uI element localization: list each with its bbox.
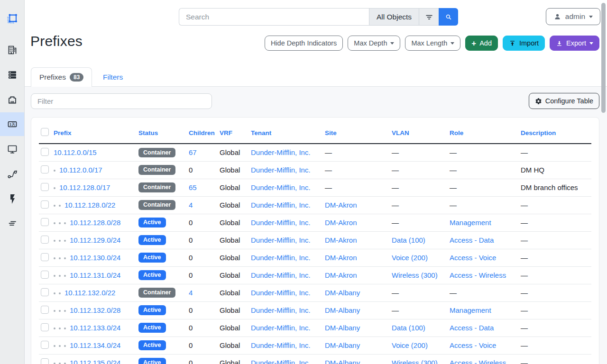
- vlan-link[interactable]: Wireless (300): [392, 359, 438, 364]
- row-checkbox[interactable]: [41, 358, 49, 364]
- tenant-link[interactable]: Dunder-Mifflin, Inc.: [251, 166, 311, 174]
- max-length-dropdown[interactable]: Max Length: [405, 36, 460, 51]
- row-checkbox[interactable]: [41, 148, 49, 156]
- site-link[interactable]: DM-Akron: [325, 271, 357, 279]
- tab-prefixes[interactable]: Prefixes 83: [31, 67, 92, 87]
- role-link[interactable]: Management: [450, 306, 491, 314]
- netbox-logo[interactable]: [0, 7, 24, 30]
- sidebar-item-organization[interactable]: [0, 38, 24, 62]
- sidebar-item-devices[interactable]: [0, 63, 24, 87]
- add-button[interactable]: + Add: [465, 36, 498, 51]
- column-header-description[interactable]: Description: [521, 129, 556, 136]
- children-count-link[interactable]: 4: [189, 289, 193, 297]
- row-checkbox[interactable]: [41, 165, 49, 173]
- scrollbar-thumb[interactable]: [601, 3, 606, 113]
- prefix-link[interactable]: 10.112.129.0/24: [70, 236, 120, 244]
- sidebar-item-ipam[interactable]: 1 2 3: [0, 112, 24, 136]
- row-checkbox[interactable]: [41, 341, 49, 349]
- tenant-link[interactable]: Dunder-Mifflin, Inc.: [251, 359, 311, 364]
- site-link[interactable]: DM-Albany: [325, 289, 360, 297]
- tenant-link[interactable]: Dunder-Mifflin, Inc.: [251, 201, 311, 209]
- user-menu-button[interactable]: admin: [546, 8, 600, 25]
- children-count-link[interactable]: 4: [189, 201, 193, 209]
- tenant-link[interactable]: Dunder-Mifflin, Inc.: [251, 183, 311, 191]
- column-header-vrf[interactable]: VRF: [220, 129, 232, 136]
- role-link[interactable]: Access - Wireless: [450, 271, 506, 279]
- prefix-link[interactable]: 10.112.128.0/17: [59, 183, 110, 191]
- select-all-checkbox[interactable]: [41, 128, 49, 136]
- export-button[interactable]: Export: [550, 36, 599, 51]
- column-header-status[interactable]: Status: [138, 129, 158, 136]
- prefix-link[interactable]: 10.112.130.0/24: [70, 254, 120, 262]
- tenant-link[interactable]: Dunder-Mifflin, Inc.: [251, 289, 311, 297]
- column-header-site[interactable]: Site: [325, 129, 337, 136]
- column-header-role[interactable]: Role: [450, 129, 463, 136]
- role-link[interactable]: Access - Data: [450, 324, 494, 332]
- row-checkbox[interactable]: [41, 183, 49, 191]
- prefix-link[interactable]: 10.112.128.0/28: [70, 218, 120, 227]
- row-checkbox[interactable]: [41, 306, 49, 314]
- prefix-link[interactable]: 10.112.132.0/22: [64, 289, 115, 297]
- role-link[interactable]: Access - Voice: [450, 254, 496, 262]
- role-link[interactable]: Management: [450, 218, 491, 227]
- vlan-link[interactable]: Voice (200): [392, 341, 428, 349]
- site-link[interactable]: DM-Akron: [325, 218, 357, 227]
- tenant-link[interactable]: Dunder-Mifflin, Inc.: [251, 271, 311, 279]
- search-submit-button[interactable]: [439, 8, 458, 26]
- search-filter-button[interactable]: [419, 8, 439, 26]
- import-button[interactable]: Import: [503, 36, 545, 51]
- sidebar-item-virtualization[interactable]: [0, 137, 24, 161]
- sidebar-item-connections[interactable]: [0, 88, 24, 112]
- row-checkbox[interactable]: [41, 200, 49, 209]
- tenant-link[interactable]: Dunder-Mifflin, Inc.: [251, 341, 311, 349]
- vlan-link[interactable]: Data (100): [392, 236, 425, 244]
- prefix-link[interactable]: 10.112.132.0/28: [70, 306, 120, 314]
- search-scope-button[interactable]: All Objects: [369, 8, 419, 26]
- tenant-link[interactable]: Dunder-Mifflin, Inc.: [251, 236, 311, 244]
- row-checkbox[interactable]: [41, 236, 49, 244]
- site-link[interactable]: DM-Akron: [325, 236, 357, 244]
- vlan-link[interactable]: Voice (200): [392, 254, 428, 262]
- vlan-link[interactable]: Data (100): [392, 324, 425, 332]
- max-depth-dropdown[interactable]: Max Depth: [348, 36, 400, 51]
- prefix-link[interactable]: 10.112.135.0/24: [70, 359, 120, 364]
- search-input[interactable]: [179, 8, 369, 26]
- role-link[interactable]: Access - Wireless: [450, 359, 506, 364]
- sidebar-item-power[interactable]: [0, 187, 24, 211]
- prefix-link[interactable]: 10.112.0.0/17: [59, 166, 102, 174]
- sidebar-item-customization[interactable]: [0, 211, 24, 235]
- site-link[interactable]: DM-Akron: [325, 254, 357, 262]
- prefix-link[interactable]: 10.112.134.0/24: [70, 341, 120, 349]
- row-checkbox[interactable]: [41, 253, 49, 261]
- column-header-vlan[interactable]: VLAN: [392, 129, 409, 136]
- site-link[interactable]: DM-Albany: [325, 341, 360, 349]
- tenant-link[interactable]: Dunder-Mifflin, Inc.: [251, 148, 311, 156]
- row-checkbox[interactable]: [41, 271, 49, 279]
- children-count-link[interactable]: 67: [189, 148, 197, 156]
- configure-table-button[interactable]: Configure Table: [529, 93, 599, 109]
- column-header-tenant[interactable]: Tenant: [251, 129, 271, 136]
- prefix-link[interactable]: 10.112.0.0/15: [54, 148, 97, 156]
- column-header-children[interactable]: Children: [189, 129, 215, 136]
- prefix-link[interactable]: 10.112.128.0/22: [64, 201, 115, 209]
- site-link[interactable]: DM-Albany: [325, 306, 360, 314]
- site-link[interactable]: DM-Albany: [325, 324, 360, 332]
- prefix-link[interactable]: 10.112.131.0/24: [70, 271, 120, 279]
- role-link[interactable]: Access - Data: [450, 236, 494, 244]
- site-link[interactable]: DM-Albany: [325, 359, 360, 364]
- table-filter-input[interactable]: [31, 93, 212, 109]
- row-checkbox[interactable]: [41, 218, 49, 226]
- tenant-link[interactable]: Dunder-Mifflin, Inc.: [251, 218, 311, 227]
- tenant-link[interactable]: Dunder-Mifflin, Inc.: [251, 254, 311, 262]
- role-link[interactable]: Access - Voice: [450, 341, 496, 349]
- site-link[interactable]: DM-Akron: [325, 201, 357, 209]
- tab-filters[interactable]: Filters: [95, 67, 131, 87]
- tenant-link[interactable]: Dunder-Mifflin, Inc.: [251, 306, 311, 314]
- children-count-link[interactable]: 65: [189, 183, 197, 191]
- row-checkbox[interactable]: [41, 323, 49, 331]
- hide-depth-indicators-button[interactable]: Hide Depth Indicators: [265, 36, 343, 51]
- row-checkbox[interactable]: [41, 288, 49, 296]
- sidebar-item-circuits[interactable]: [0, 163, 24, 186]
- vlan-link[interactable]: Wireless (300): [392, 271, 438, 279]
- column-header-prefix[interactable]: Prefix: [54, 129, 72, 136]
